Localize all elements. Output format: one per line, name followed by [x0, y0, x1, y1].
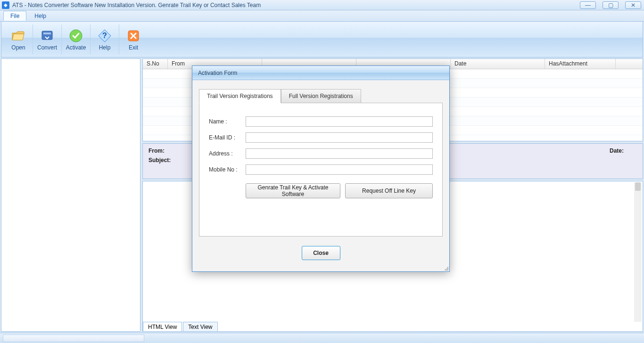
app-icon: ◆: [2, 1, 9, 9]
convert-label: Convert: [37, 44, 57, 51]
menu-file[interactable]: File: [3, 11, 26, 21]
email-input[interactable]: [246, 132, 433, 143]
exit-icon: [126, 28, 141, 43]
request-offline-key-label: Request Off Line Key: [362, 188, 416, 194]
status-bar: [0, 333, 644, 343]
check-circle-icon: [68, 28, 83, 43]
open-label: Open: [11, 44, 25, 51]
generate-trail-key-label: Genrate Trail Key & Activate Software: [254, 184, 332, 197]
window-title: ATS - Notes Converter Software New Insta…: [12, 2, 261, 8]
mobile-label: Mobile No :: [209, 166, 246, 173]
tab-full-label: Full Version Registrations: [289, 93, 353, 99]
tree-pane[interactable]: [1, 58, 140, 332]
tab-text-label: Text View: [188, 324, 212, 330]
name-label: Name :: [209, 118, 246, 125]
menu-file-label: File: [10, 13, 19, 19]
dialog-tab-page: Name : E-Mail ID : Address : Mobile No :…: [199, 103, 443, 237]
info-from-label: From:: [149, 147, 182, 154]
name-input[interactable]: [246, 116, 433, 127]
generate-trail-key-button[interactable]: Genrate Trail Key & Activate Software: [246, 183, 340, 198]
dialog-title: Activation Form: [198, 70, 237, 76]
email-label: E-Mail ID :: [209, 134, 246, 141]
preview-scroll-thumb[interactable]: [635, 182, 641, 191]
col-hasattachment[interactable]: HasAttachment: [545, 59, 616, 69]
dialog-close-label: Close: [313, 250, 329, 256]
tab-trail-registration[interactable]: Trail Version Registrations: [199, 89, 281, 103]
folder-open-icon: [11, 28, 26, 43]
exit-label: Exit: [129, 44, 138, 51]
tab-html-label: HTML View: [148, 324, 177, 330]
menu-help-label: Help: [34, 13, 46, 19]
tab-trail-label: Trail Version Registrations: [207, 93, 273, 99]
menu-bar: File Help: [0, 10, 644, 22]
dialog-close-button[interactable]: Close: [302, 246, 340, 260]
tab-html-view[interactable]: HTML View: [143, 322, 182, 331]
address-label: Address :: [209, 150, 246, 157]
info-date-label: Date:: [610, 147, 624, 154]
svg-text:?: ?: [102, 32, 107, 40]
activate-button[interactable]: Activate: [63, 24, 89, 54]
status-cell: [3, 335, 144, 342]
col-spacer: [616, 59, 643, 69]
window-controls: — ▢ ✕: [580, 0, 641, 10]
minimize-button[interactable]: —: [580, 1, 596, 9]
toolbar: Open Convert Activate ? Help: [1, 22, 643, 57]
svg-rect-1: [43, 33, 51, 34]
tab-full-registration[interactable]: Full Version Registrations: [281, 89, 361, 103]
info-subject-label: Subject:: [149, 157, 182, 163]
dialog-tabs: Trail Version Registrations Full Version…: [199, 89, 443, 103]
help-icon: ?: [97, 28, 112, 43]
help-label: Help: [99, 44, 111, 51]
convert-icon: [40, 28, 55, 43]
mobile-input[interactable]: [246, 164, 433, 175]
activation-dialog: Activation Form Trail Version Registrati…: [192, 65, 450, 272]
col-date[interactable]: Date: [451, 59, 545, 69]
tab-text-view[interactable]: Text View: [183, 322, 217, 331]
col-sno[interactable]: S.No: [143, 59, 168, 69]
maximize-button[interactable]: ▢: [603, 1, 619, 9]
dialog-title-bar[interactable]: Activation Form: [192, 66, 449, 80]
view-tabs: HTML View Text View: [143, 322, 219, 331]
title-bar: ◆ ATS - Notes Converter Software New Ins…: [0, 0, 644, 10]
address-input[interactable]: [246, 148, 433, 159]
resize-grip-icon[interactable]: [443, 265, 448, 270]
close-window-button[interactable]: ✕: [625, 1, 641, 9]
open-button[interactable]: Open: [5, 24, 32, 54]
exit-button[interactable]: Exit: [120, 24, 147, 54]
activate-label: Activate: [66, 44, 86, 51]
convert-button[interactable]: Convert: [34, 24, 60, 54]
menu-help[interactable]: Help: [27, 11, 53, 21]
preview-scrollbar[interactable]: [634, 182, 642, 322]
request-offline-key-button[interactable]: Request Off Line Key: [345, 183, 433, 198]
help-button[interactable]: ? Help: [91, 24, 118, 54]
